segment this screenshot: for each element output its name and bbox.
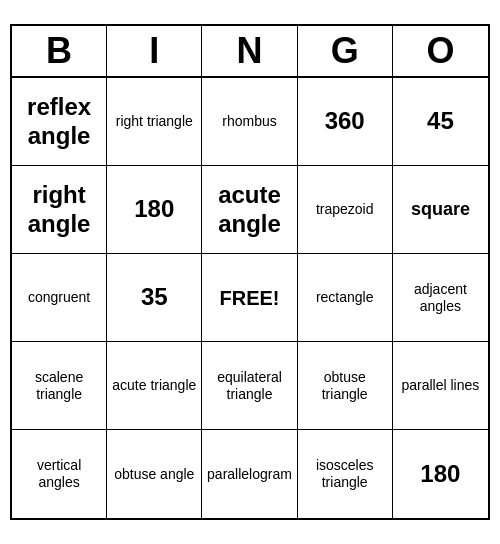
bingo-cell: vertical angles [12, 430, 107, 518]
bingo-cell: acute triangle [107, 342, 202, 430]
bingo-cell: scalene triangle [12, 342, 107, 430]
bingo-cell: congruent [12, 254, 107, 342]
header-letter: G [298, 26, 393, 76]
bingo-cell: 180 [393, 430, 488, 518]
bingo-cell: right triangle [107, 78, 202, 166]
bingo-cell: equilateral triangle [202, 342, 297, 430]
bingo-cell: right angle [12, 166, 107, 254]
header-letter: I [107, 26, 202, 76]
bingo-cell: obtuse angle [107, 430, 202, 518]
bingo-cell: isosceles triangle [298, 430, 393, 518]
bingo-cell: reflex angle [12, 78, 107, 166]
bingo-cell: rhombus [202, 78, 297, 166]
bingo-header: BINGO [12, 26, 488, 78]
bingo-cell: 360 [298, 78, 393, 166]
bingo-cell: obtuse triangle [298, 342, 393, 430]
bingo-cell: adjacent angles [393, 254, 488, 342]
bingo-grid: reflex angleright trianglerhombus36045ri… [12, 78, 488, 518]
bingo-cell: parallelogram [202, 430, 297, 518]
bingo-cell: acute angle [202, 166, 297, 254]
bingo-cell: parallel lines [393, 342, 488, 430]
header-letter: O [393, 26, 488, 76]
bingo-cell: 35 [107, 254, 202, 342]
bingo-card: BINGO reflex angleright trianglerhombus3… [10, 24, 490, 520]
header-letter: N [202, 26, 297, 76]
bingo-cell: 180 [107, 166, 202, 254]
bingo-cell: FREE! [202, 254, 297, 342]
bingo-cell: square [393, 166, 488, 254]
bingo-cell: rectangle [298, 254, 393, 342]
bingo-cell: trapezoid [298, 166, 393, 254]
bingo-cell: 45 [393, 78, 488, 166]
header-letter: B [12, 26, 107, 76]
